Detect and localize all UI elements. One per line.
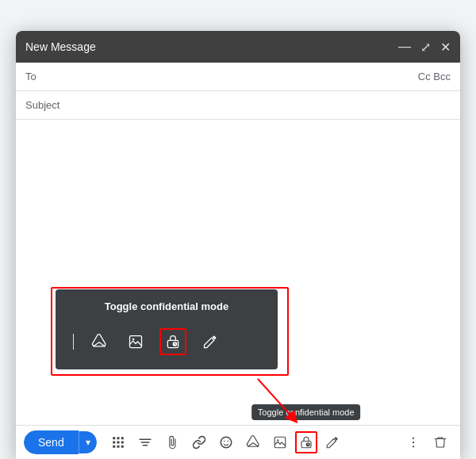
tooltip-confidential-icon-btn[interactable] [163,332,182,351]
tooltip-image-icon-btn[interactable] [123,331,148,353]
emoji-button[interactable] [214,432,238,453]
svg-point-15 [227,441,228,442]
svg-rect-12 [121,446,123,448]
image-footer-icon [273,435,287,449]
attach-icon [165,435,179,449]
more-options-button[interactable] [106,432,130,453]
confidential-footer-icon [299,435,313,449]
text-format-button[interactable] [133,432,157,453]
confidential-clock-icon [165,334,181,350]
send-dropdown-button[interactable]: ▾ [79,431,97,453]
tooltip-pen-icon-btn[interactable] [198,331,223,353]
pen-icon [202,334,218,350]
confidential-mode-button[interactable] [295,431,317,453]
tooltip-title: Toggle confidential mode [67,296,267,317]
drive-footer-icon [246,435,260,449]
svg-rect-6 [121,437,123,439]
to-field-row: To Cc Bcc [16,63,460,91]
send-button-container: Send ▾ [24,430,97,454]
svg-rect-8 [117,442,119,444]
subject-input[interactable] [65,99,451,111]
svg-point-14 [224,441,225,442]
compose-window: New Message — ⤢ ✕ To Cc Bcc Subject Togg… [16,31,460,459]
trash-icon [433,435,447,449]
compose-title: New Message [25,40,96,53]
signature-icon [325,435,340,449]
compose-footer: Send ▾ [16,425,460,459]
tooltip-icons-row [67,325,267,358]
svg-rect-16 [274,437,286,448]
compose-header: New Message — ⤢ ✕ [16,31,460,63]
emoji-icon [219,435,233,449]
svg-rect-9 [121,442,123,444]
svg-point-13 [221,437,232,448]
svg-point-22 [413,446,414,447]
grid-icon [111,435,125,449]
attach-button[interactable] [160,432,184,453]
tooltip-drive-icon-btn[interactable] [86,331,112,353]
confidential-footer-wrapper: Toggle confidential mode [295,431,317,453]
to-input[interactable] [65,71,418,82]
subject-label: Subject [25,99,65,111]
tooltip-confidential-highlight [159,328,186,355]
compose-body[interactable]: Toggle confidential mode [16,120,460,425]
more-vert-icon [406,435,420,449]
to-label: To [25,71,65,82]
text-format-icon [138,435,152,449]
svg-point-20 [413,438,414,439]
drive-icon [91,334,107,350]
image-button[interactable] [268,432,292,453]
expand-icon[interactable]: ⤢ [420,40,431,55]
header-controls: — ⤢ ✕ [398,40,451,55]
image-icon [128,334,144,350]
svg-rect-11 [117,446,119,448]
svg-rect-10 [113,446,115,448]
close-icon[interactable]: ✕ [440,40,451,55]
subject-field-row: Subject [16,91,460,120]
small-tooltip-text: Toggle confidential mode [258,407,355,417]
drive-button[interactable] [241,432,265,453]
svg-rect-4 [113,437,115,439]
svg-point-17 [277,439,278,441]
signature-button[interactable] [321,432,344,453]
svg-point-21 [413,442,414,443]
confidential-tooltip: Toggle confidential mode [56,289,278,369]
svg-rect-5 [117,437,119,439]
send-button[interactable]: Send [24,430,79,454]
svg-rect-0 [130,336,142,348]
link-icon [192,435,206,449]
divider [73,334,74,350]
svg-rect-7 [113,442,115,444]
more-menu-button[interactable] [401,432,425,453]
svg-point-1 [132,339,135,341]
small-tooltip: Toggle confidential mode [251,404,361,420]
cc-bcc-button[interactable]: Cc Bcc [418,71,451,82]
delete-button[interactable] [428,432,452,453]
minimize-icon[interactable]: — [398,40,411,54]
link-button[interactable] [187,432,211,453]
